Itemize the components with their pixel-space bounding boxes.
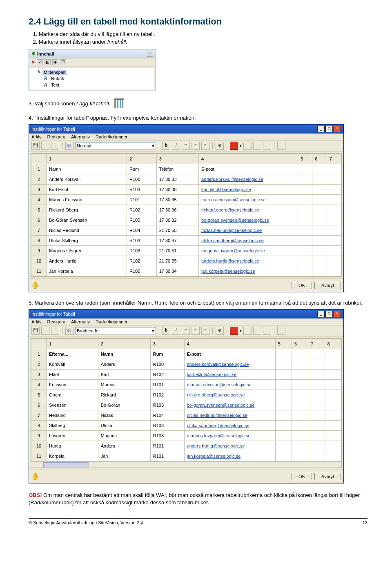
row-header[interactable]: 2 (31, 359, 47, 370)
table-cell[interactable]: Niclas (98, 410, 150, 421)
table-cell[interactable]: R105 (127, 215, 157, 225)
menu-alternativ[interactable]: Alternativ (71, 319, 90, 324)
table-cell[interactable]: jan.korpela@senselogic.se (184, 451, 275, 461)
table-cell[interactable]: R100 (150, 359, 184, 370)
row-header[interactable]: 4 (31, 380, 47, 390)
cell-icon-1[interactable] (243, 327, 252, 335)
table-cell[interactable]: 17 30 36 (156, 205, 198, 215)
col-7[interactable]: 7 (327, 154, 341, 164)
row-header[interactable]: 6 (31, 215, 47, 225)
row-header[interactable]: 9 (31, 246, 47, 256)
table-cell[interactable]: Eklöf (47, 370, 98, 380)
menu-rows[interactable]: Rader/kolumner (96, 319, 127, 324)
table-cell[interactable]: 17 30 35 (156, 195, 198, 205)
row-header[interactable]: 2 (31, 174, 47, 185)
table-cell[interactable]: R101 (150, 380, 184, 390)
table-cell[interactable]: Lövgren (47, 431, 98, 441)
table-cell[interactable]: Hedlund (47, 410, 98, 421)
table-cell[interactable]: marcus.ericsson@senselogic.se (198, 195, 298, 205)
close-button[interactable]: × (334, 311, 341, 317)
menu-redigera[interactable]: Redigera (47, 134, 65, 139)
table-cell[interactable]: E-post (184, 349, 275, 359)
align-center-icon[interactable]: ≡ (192, 142, 200, 150)
table-cell[interactable]: Jan (98, 451, 150, 461)
table-cell[interactable]: R103 (127, 185, 157, 195)
delete-icon[interactable]: ✕ (31, 60, 35, 65)
table-cell[interactable]: R102 (127, 256, 157, 266)
table-cell[interactable]: Rickard (98, 390, 150, 400)
align-center-icon[interactable]: ≡ (192, 327, 200, 335)
table-cell[interactable]: bo-goran.svensen@senselogic.se (198, 215, 298, 225)
table-cell[interactable]: R102 (150, 390, 184, 400)
table-cell[interactable]: R102 (127, 266, 157, 276)
row-header[interactable]: 11 (31, 266, 47, 276)
table-cell[interactable]: 21 70 55 (156, 225, 198, 236)
row-header[interactable]: 5 (31, 205, 47, 215)
table-icon[interactable] (114, 98, 124, 108)
table-cell[interactable]: Bo-Göran (98, 400, 150, 410)
menu-arkiv[interactable]: Arkiv (31, 319, 41, 324)
style-a-icon[interactable]: a↓ (65, 327, 74, 335)
table-cell[interactable]: marcus.ericsson@senselogic.se (184, 380, 275, 390)
tool-c[interactable] (41, 142, 49, 150)
table-cell[interactable]: Öberg (47, 390, 98, 400)
menu-alternativ[interactable]: Alternativ (71, 134, 90, 139)
save-icon[interactable]: 💾 (31, 327, 40, 335)
row-header[interactable]: 4 (31, 195, 47, 205)
bold-icon[interactable]: b (162, 142, 170, 150)
table-cell[interactable]: bo-goran.svensen@senselogic.se (184, 400, 275, 410)
save-icon[interactable]: 💾 (31, 142, 40, 150)
table-cell[interactable]: Efterna... (47, 349, 98, 359)
table-cell[interactable]: rickard.oberg@senselogic.se (198, 205, 298, 215)
tree-child-1[interactable]: A Rubrik (31, 75, 153, 82)
table-cell[interactable]: 21 70 55 (156, 256, 198, 266)
table-cell[interactable]: Telefon (156, 164, 198, 174)
h-scrollbar[interactable] (31, 461, 341, 468)
table-cell[interactable]: karl.eklof@senselogic.se (198, 185, 298, 195)
row-header[interactable]: 8 (31, 421, 47, 431)
table-cell[interactable]: Rum (127, 164, 157, 174)
tool-d[interactable] (51, 327, 59, 335)
align-left-icon[interactable]: ≡ (182, 327, 190, 335)
table-cell[interactable]: Ulrika Skilberg (47, 236, 127, 246)
table-cell[interactable]: magnus.lovgren@senselogic.se (184, 431, 275, 441)
minimize-button[interactable]: _ (317, 126, 325, 132)
table-cell[interactable]: niclas.hedlund@senselogic.se (184, 410, 275, 421)
table-cell[interactable]: anders.korsvall@senselogic.se (198, 174, 298, 185)
cell-icon-3[interactable] (263, 142, 271, 150)
col-6[interactable]: 6 (292, 339, 308, 349)
table-cell[interactable]: ulrika.sandberg@senselogic.se (184, 421, 275, 431)
tool-c[interactable] (41, 327, 49, 335)
table-cell[interactable]: 17 30 37 (156, 236, 198, 246)
col-5[interactable]: 5 (298, 154, 312, 164)
tool-d[interactable] (51, 142, 59, 150)
tool-icon-4[interactable]: ☐ (60, 59, 66, 65)
header-icon[interactable] (277, 327, 285, 335)
col-2[interactable]: 2 (98, 339, 150, 349)
row-header[interactable]: 3 (31, 370, 47, 380)
align-left-icon[interactable]: ≡ (182, 142, 190, 150)
table-cell[interactable]: Marcus (98, 380, 150, 390)
row-header[interactable]: 10 (31, 256, 47, 266)
col-4[interactable]: 4 (184, 339, 275, 349)
table-cell[interactable]: Anders (98, 359, 150, 370)
table-cell[interactable]: Marcus Ericsson (47, 195, 127, 205)
ok-button[interactable]: OK (292, 473, 312, 480)
menu-rows[interactable]: Rader/kolumner (96, 134, 127, 139)
cell-icon-2[interactable] (253, 327, 261, 335)
align-right-icon[interactable]: ≡ (201, 142, 209, 150)
table-cell[interactable]: R102 (127, 205, 157, 215)
row-header[interactable]: 9 (31, 431, 47, 441)
tree-root[interactable]: ✎ Mittenspalt (31, 69, 153, 75)
link-icon[interactable]: ⊘ (216, 142, 224, 150)
row-header[interactable]: 11 (31, 451, 47, 461)
row-header[interactable]: 7 (31, 225, 47, 236)
style-select[interactable]: Brödtext fet ▾ (75, 327, 156, 334)
link-icon[interactable]: ⊘ (216, 327, 224, 335)
table-cell[interactable]: R103 (150, 431, 184, 441)
cell-icon-1[interactable] (243, 142, 252, 150)
tool-icon-1[interactable]: ✓ (37, 59, 43, 65)
table-cell[interactable]: 17 30 32 (156, 215, 198, 225)
table-cell[interactable]: 17 30 38 (156, 185, 198, 195)
col-5[interactable]: 5 (275, 339, 292, 349)
